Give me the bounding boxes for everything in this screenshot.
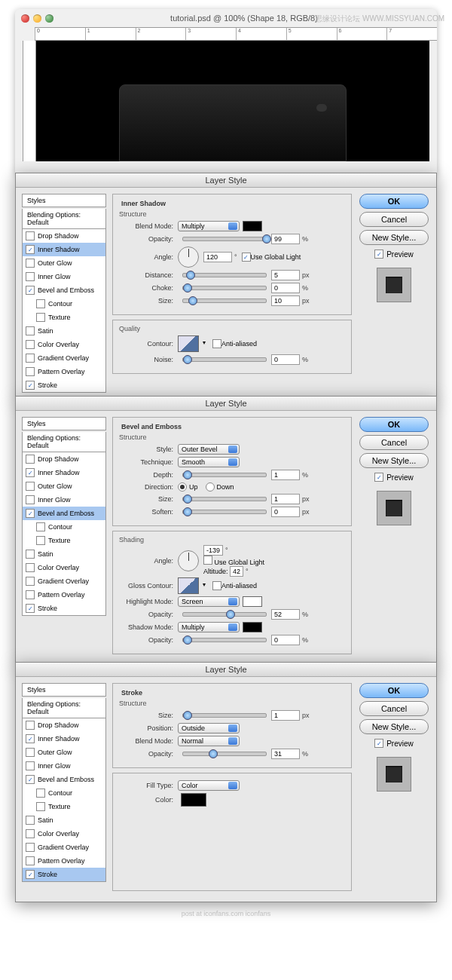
slider[interactable] <box>182 713 267 718</box>
value-input[interactable]: 10 <box>271 296 300 306</box>
dropdown[interactable]: Normal <box>178 736 240 746</box>
style-item-stroke[interactable]: ✓Stroke <box>23 868 105 881</box>
checkbox-icon[interactable] <box>26 340 35 349</box>
slider[interactable] <box>182 612 267 617</box>
checkbox-icon[interactable]: ✓ <box>26 286 35 295</box>
checkbox-icon[interactable]: ✓ <box>26 870 35 879</box>
checkbox-icon[interactable] <box>26 259 35 268</box>
dropdown[interactable]: Multiply <box>178 221 240 231</box>
value-input[interactable]: 1 <box>271 710 300 721</box>
style-item-satin[interactable]: Satin <box>23 813 105 827</box>
checkbox-icon[interactable] <box>26 455 35 464</box>
checkbox-icon[interactable] <box>26 367 35 376</box>
value-input[interactable]: 0 <box>271 507 300 517</box>
dropdown[interactable]: Outside <box>178 723 240 733</box>
antialiased-checkbox[interactable] <box>212 581 221 590</box>
checkbox-icon[interactable] <box>26 721 35 730</box>
style-item-contour[interactable]: Contour <box>23 520 105 534</box>
style-item-inner-glow[interactable]: Inner Glow <box>23 270 105 283</box>
blending-options[interactable]: Blending Options: Default <box>22 432 106 452</box>
style-item-outer-glow[interactable]: Outer Glow <box>23 746 105 759</box>
style-item-inner-shadow[interactable]: ✓Inner Shadow <box>23 243 105 256</box>
style-item-outer-glow[interactable]: Outer Glow <box>23 479 105 493</box>
value-input[interactable]: 1 <box>271 470 300 480</box>
preview-checkbox[interactable]: ✓Preview <box>374 250 414 259</box>
checkbox-icon[interactable] <box>36 802 45 811</box>
zoom-icon[interactable] <box>45 14 53 23</box>
checkbox-icon[interactable] <box>26 563 35 572</box>
style-item-bevel-and-emboss[interactable]: ✓Bevel and Emboss <box>23 507 105 520</box>
checkbox-icon[interactable] <box>26 843 35 852</box>
style-item-satin[interactable]: Satin <box>23 324 105 338</box>
checkbox-icon[interactable]: ✓ <box>26 604 35 613</box>
checkbox-icon[interactable] <box>26 550 35 559</box>
checkbox-icon[interactable] <box>36 522 45 531</box>
style-item-gradient-overlay[interactable]: Gradient Overlay <box>23 841 105 854</box>
cancel-button[interactable]: Cancel <box>359 212 429 227</box>
value-input[interactable]: 5 <box>271 270 300 280</box>
value-input[interactable]: 99 <box>271 234 300 244</box>
direction-down-radio[interactable] <box>206 482 215 492</box>
ok-button[interactable]: OK <box>359 683 429 698</box>
style-item-pattern-overlay[interactable]: Pattern Overlay <box>23 365 105 378</box>
value-input[interactable]: 0 <box>271 283 300 293</box>
angle-input[interactable]: 120 <box>203 252 232 262</box>
slider[interactable] <box>182 638 267 642</box>
checkbox-icon[interactable] <box>26 326 35 335</box>
value-input[interactable]: 0 <box>271 354 300 365</box>
style-item-drop-shadow[interactable]: Drop Shadow <box>23 452 105 466</box>
style-item-texture[interactable]: Texture <box>23 800 105 813</box>
style-item-texture[interactable]: Texture <box>23 311 105 324</box>
slider[interactable] <box>182 299 267 303</box>
checkbox-icon[interactable] <box>26 272 35 281</box>
style-item-gradient-overlay[interactable]: Gradient Overlay <box>23 574 105 588</box>
direction-up-radio[interactable] <box>178 482 187 492</box>
style-item-drop-shadow[interactable]: Drop Shadow <box>23 718 105 732</box>
dropdown[interactable]: Smooth <box>178 457 240 467</box>
checkbox-icon[interactable] <box>36 789 45 798</box>
checkbox-icon[interactable] <box>26 761 35 770</box>
checkbox-icon[interactable] <box>26 829 35 838</box>
slider[interactable] <box>182 357 267 362</box>
slider[interactable] <box>182 497 267 501</box>
checkbox-icon[interactable] <box>36 299 45 308</box>
style-item-bevel-and-emboss[interactable]: ✓Bevel and Emboss <box>23 283 105 297</box>
checkbox-icon[interactable] <box>26 856 35 865</box>
checkbox-icon[interactable] <box>36 313 45 322</box>
checkbox-icon[interactable]: ✓ <box>26 245 35 254</box>
style-item-inner-shadow[interactable]: ✓Inner Shadow <box>23 732 105 746</box>
style-item-contour[interactable]: Contour <box>23 297 105 311</box>
value-input[interactable]: 1 <box>271 494 300 504</box>
style-item-inner-glow[interactable]: Inner Glow <box>23 759 105 773</box>
value-input[interactable]: 31 <box>271 749 300 759</box>
checkbox-icon[interactable] <box>26 748 35 757</box>
antialiased-checkbox[interactable] <box>212 339 221 348</box>
color-swatch[interactable] <box>243 221 262 231</box>
slider[interactable] <box>182 510 267 514</box>
style-item-color-overlay[interactable]: Color Overlay <box>23 827 105 841</box>
slider[interactable] <box>182 473 267 477</box>
highlight-swatch[interactable] <box>243 596 262 607</box>
checkbox-icon[interactable] <box>26 354 35 363</box>
checkbox-icon[interactable] <box>26 577 35 586</box>
new-style-button[interactable]: New Style... <box>359 453 429 468</box>
style-item-outer-glow[interactable]: Outer Glow <box>23 256 105 270</box>
style-item-stroke[interactable]: ✓Stroke <box>23 602 105 615</box>
style-item-inner-shadow[interactable]: ✓Inner Shadow <box>23 466 105 479</box>
preview-checkbox[interactable]: ✓Preview <box>374 473 414 482</box>
style-item-color-overlay[interactable]: Color Overlay <box>23 561 105 574</box>
dropdown[interactable]: Screen <box>178 596 240 607</box>
checkbox-icon[interactable] <box>26 816 35 825</box>
checkbox-icon[interactable]: ✓ <box>26 381 35 390</box>
style-item-satin[interactable]: Satin <box>23 547 105 561</box>
gloss-contour-picker[interactable] <box>178 577 199 594</box>
style-item-drop-shadow[interactable]: Drop Shadow <box>23 229 105 243</box>
angle-dial[interactable] <box>178 550 199 571</box>
contour-picker[interactable] <box>178 335 199 352</box>
style-item-color-overlay[interactable]: Color Overlay <box>23 338 105 351</box>
new-style-button[interactable]: New Style... <box>359 719 429 734</box>
cancel-button[interactable]: Cancel <box>359 435 429 450</box>
dropdown[interactable]: Outer Bevel <box>178 444 240 455</box>
checkbox-icon[interactable] <box>26 590 35 599</box>
dropdown[interactable]: Color <box>178 780 240 791</box>
